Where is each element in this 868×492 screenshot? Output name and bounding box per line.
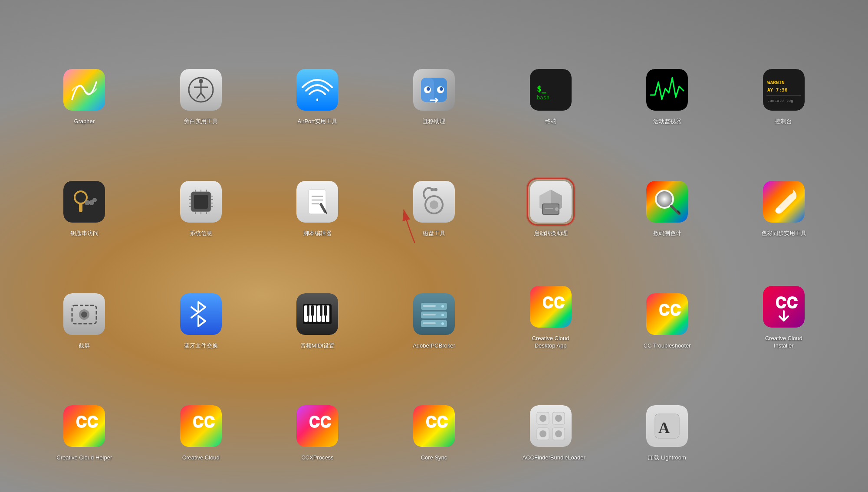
svg-rect-78 bbox=[180, 293, 222, 335]
app-activity[interactable]: 活动监视器 bbox=[609, 17, 726, 130]
svg-rect-27 bbox=[79, 203, 82, 212]
app-audiomidi[interactable]: 音频MIDI设置 bbox=[259, 242, 376, 354]
app-label-terminal: 终端 bbox=[545, 118, 556, 125]
svg-text:console log: console log bbox=[767, 98, 793, 103]
app-label-accfinder: ACCFinderBundleLoader bbox=[523, 454, 579, 462]
app-label-accessibility: 旁白实用工具 bbox=[184, 118, 218, 125]
app-label-keychain: 钥匙串访问 bbox=[70, 230, 99, 237]
svg-point-97 bbox=[441, 322, 444, 325]
app-label-cc: Creative Cloud bbox=[182, 454, 220, 462]
svg-rect-99 bbox=[423, 314, 436, 315]
app-scripteditor[interactable]: 脚本编辑器 bbox=[259, 130, 376, 242]
app-bootcamp[interactable]: 启动转换助理 bbox=[492, 130, 609, 242]
app-label-activity: 活动监视器 bbox=[653, 118, 681, 125]
svg-point-3 bbox=[199, 79, 203, 83]
app-cchelper[interactable]: Creative Cloud Helper bbox=[26, 354, 143, 466]
app-digitalcolor[interactable]: 数码测色计 bbox=[609, 130, 726, 242]
app-label-audiomidi: 音频MIDI设置 bbox=[300, 342, 335, 350]
svg-rect-98 bbox=[423, 305, 436, 307]
svg-point-114 bbox=[539, 415, 546, 422]
app-accessibility[interactable]: 旁白实用工具 bbox=[143, 17, 260, 130]
app-empty bbox=[725, 354, 842, 466]
app-label-lightroom: 卸载 Lightroom bbox=[648, 454, 686, 462]
app-lightroom[interactable]: A 卸载 Lightroom bbox=[609, 354, 726, 466]
app-label-console: 控制台 bbox=[775, 118, 792, 125]
app-grid: Grapher bbox=[0, 0, 868, 492]
svg-point-73 bbox=[776, 208, 781, 213]
app-migration[interactable]: 迁移助理 bbox=[376, 17, 493, 130]
svg-point-95 bbox=[441, 305, 444, 308]
svg-rect-109 bbox=[530, 405, 572, 447]
bootcamp-highlight bbox=[527, 178, 575, 226]
svg-point-115 bbox=[555, 415, 562, 422]
app-label-colorsync: 色彩同步实用工具 bbox=[761, 230, 806, 237]
svg-point-30 bbox=[92, 198, 97, 202]
app-diskutil[interactable]: 磁盘工具 bbox=[376, 130, 493, 242]
app-label-screenshot: 截屏 bbox=[79, 342, 90, 350]
svg-point-96 bbox=[441, 314, 444, 316]
app-label-airport: AirPort实用工具 bbox=[298, 118, 338, 125]
svg-rect-33 bbox=[194, 195, 208, 209]
svg-point-59 bbox=[434, 188, 437, 191]
svg-text:bash: bash bbox=[537, 95, 549, 101]
app-label-scripteditor: 脚本编辑器 bbox=[303, 230, 332, 237]
svg-rect-87 bbox=[307, 305, 309, 316]
svg-point-14 bbox=[427, 87, 430, 91]
svg-text:$_: $_ bbox=[537, 84, 546, 93]
app-label-coresync: Core Sync bbox=[421, 454, 447, 462]
svg-text:A: A bbox=[658, 419, 670, 436]
app-sysinfo[interactable]: 系统信息 bbox=[143, 130, 260, 242]
svg-rect-66 bbox=[545, 208, 553, 209]
svg-point-117 bbox=[555, 430, 562, 437]
svg-point-58 bbox=[431, 188, 434, 191]
svg-point-57 bbox=[430, 200, 438, 209]
app-label-sysinfo: 系统信息 bbox=[190, 230, 212, 237]
svg-rect-88 bbox=[311, 305, 314, 316]
app-console[interactable]: WARNIN AY 7:36 console log 控制台 bbox=[725, 17, 842, 130]
svg-rect-90 bbox=[324, 305, 327, 316]
app-screenshot[interactable]: 截屏 bbox=[26, 242, 143, 354]
app-colorsync[interactable]: 色彩同步实用工具 bbox=[725, 130, 842, 242]
app-keychain[interactable]: 钥匙串访问 bbox=[26, 130, 143, 242]
app-bluetooth[interactable]: 蓝牙文件交换 bbox=[143, 242, 260, 354]
app-label-cchelper: Creative Cloud Helper bbox=[56, 454, 112, 462]
app-adobepcbroker[interactable]: AdobeIPCBroker bbox=[376, 242, 493, 354]
app-ccinstaller[interactable]: Creative Cloud Installer bbox=[725, 242, 842, 354]
svg-text:WARNIN: WARNIN bbox=[767, 80, 785, 85]
app-label-grapher: Grapher bbox=[74, 118, 95, 125]
app-cctroubleshooter[interactable]: CC Troubleshooter bbox=[609, 242, 726, 354]
svg-text:AY 7:36: AY 7:36 bbox=[767, 87, 788, 93]
app-accfinder[interactable]: ACCFinderBundleLoader bbox=[492, 354, 609, 466]
svg-rect-89 bbox=[320, 305, 322, 316]
app-label-ccdesktop: Creative Cloud Desktop App bbox=[523, 335, 579, 350]
app-cc[interactable]: Creative Cloud bbox=[143, 354, 260, 466]
app-terminal[interactable]: $_ bash 终端 bbox=[492, 17, 609, 130]
app-label-digitalcolor: 数码测色计 bbox=[653, 230, 681, 237]
svg-rect-16 bbox=[530, 69, 572, 111]
app-label-cctroubleshooter: CC Troubleshooter bbox=[644, 342, 691, 350]
app-label-bluetooth: 蓝牙文件交换 bbox=[184, 342, 218, 350]
app-airport[interactable]: AirPort实用工具 bbox=[259, 17, 376, 130]
svg-point-116 bbox=[539, 430, 546, 437]
app-label-adobepcbroker: AdobeIPCBroker bbox=[413, 342, 455, 350]
svg-point-77 bbox=[81, 312, 87, 318]
app-label-diskutil: 磁盘工具 bbox=[423, 230, 445, 237]
svg-point-69 bbox=[657, 191, 672, 207]
svg-rect-23 bbox=[766, 95, 801, 96]
app-label-migration: 迁移助理 bbox=[423, 118, 445, 125]
svg-point-15 bbox=[440, 87, 443, 91]
app-label-ccinstaller: Creative Cloud Installer bbox=[756, 335, 812, 350]
app-coresync[interactable]: Core Sync bbox=[376, 354, 493, 466]
svg-rect-100 bbox=[423, 322, 436, 324]
app-ccxprocess[interactable]: CCXProcess bbox=[259, 354, 376, 466]
app-grapher[interactable]: Grapher bbox=[26, 17, 143, 130]
app-label-ccxprocess: CCXProcess bbox=[301, 454, 333, 462]
app-ccdesktop[interactable]: Creative Cloud Desktop App bbox=[492, 242, 609, 354]
svg-point-65 bbox=[555, 207, 559, 211]
app-label-bootcamp: 启动转换助理 bbox=[534, 230, 568, 237]
